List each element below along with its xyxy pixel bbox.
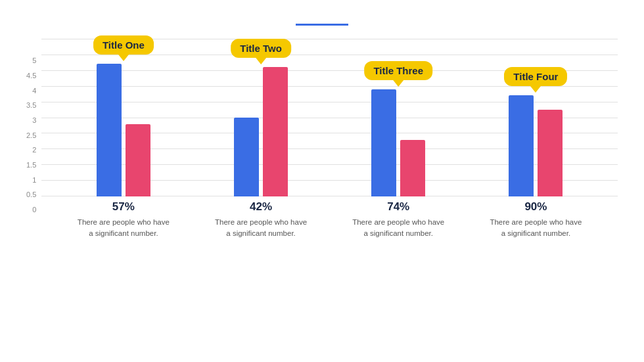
bar-blue bbox=[97, 64, 122, 196]
y-axis-label: 3 bbox=[32, 117, 36, 124]
label-group: 90%There are people who havea significan… bbox=[476, 198, 595, 240]
y-axis-label: 1 bbox=[32, 177, 36, 184]
description-text: There are people who havea significant n… bbox=[352, 217, 444, 240]
bubble-label: Title Four bbox=[504, 67, 567, 86]
bar-pink bbox=[263, 67, 288, 196]
y-axis-label: 4.5 bbox=[26, 72, 36, 79]
y-axis-label: 1.5 bbox=[26, 162, 36, 169]
bar-blue bbox=[509, 95, 534, 196]
y-axis-label: 0.5 bbox=[26, 191, 36, 198]
bar-group: Title Three bbox=[371, 89, 425, 196]
label-group: 57%There are people who havea significan… bbox=[64, 198, 183, 240]
title-underline bbox=[296, 24, 348, 26]
label-group: 74%There are people who havea significan… bbox=[339, 198, 457, 240]
page: 00.511.522.533.544.55 Title OneTitle Two… bbox=[0, 0, 644, 362]
bars-section: Title OneTitle TwoTitle ThreeTitle Four bbox=[41, 39, 618, 196]
bar-group: Title One bbox=[97, 64, 150, 196]
y-axis: 00.511.522.533.544.55 bbox=[26, 57, 41, 215]
percentage-label: 42% bbox=[250, 200, 272, 214]
chart-content: Title OneTitle TwoTitle ThreeTitle Four … bbox=[41, 39, 618, 349]
y-axis-label: 3.5 bbox=[26, 102, 36, 109]
bars-pair bbox=[234, 67, 288, 196]
bar-group: Title Two bbox=[234, 67, 288, 196]
bar-pink bbox=[126, 124, 150, 196]
bars-pair bbox=[509, 95, 563, 196]
bubble-label: Title One bbox=[93, 35, 154, 55]
percentage-label: 74% bbox=[387, 200, 409, 214]
bar-blue bbox=[234, 118, 259, 196]
y-axis-label: 2 bbox=[32, 147, 36, 154]
header bbox=[296, 18, 348, 26]
bars-pair bbox=[97, 64, 150, 196]
bar-group: Title Four bbox=[509, 95, 563, 196]
bars-row: Title OneTitle TwoTitle ThreeTitle Four bbox=[41, 39, 618, 196]
y-axis-label: 2.5 bbox=[26, 132, 36, 139]
bar-pink bbox=[400, 140, 425, 196]
labels-row: 57%There are people who havea significan… bbox=[41, 198, 618, 240]
bar-blue bbox=[371, 89, 396, 196]
bubble-label: Title Three bbox=[364, 61, 432, 80]
percentage-label: 57% bbox=[112, 200, 135, 214]
bar-pink bbox=[538, 110, 563, 196]
percentage-label: 90% bbox=[524, 200, 547, 214]
bubble-label: Title Two bbox=[231, 39, 291, 58]
description-text: There are people who havea significant n… bbox=[78, 217, 170, 240]
label-group: 42%There are people who havea significan… bbox=[202, 198, 320, 240]
description-text: There are people who havea significant n… bbox=[490, 217, 582, 240]
chart-area: 00.511.522.533.544.55 Title OneTitle Two… bbox=[26, 39, 618, 349]
y-axis-label: 5 bbox=[32, 57, 36, 64]
y-axis-label: 4 bbox=[32, 87, 36, 95]
bars-pair bbox=[371, 89, 425, 196]
y-axis-label: 0 bbox=[32, 206, 36, 214]
description-text: There are people who havea significant n… bbox=[215, 217, 307, 240]
